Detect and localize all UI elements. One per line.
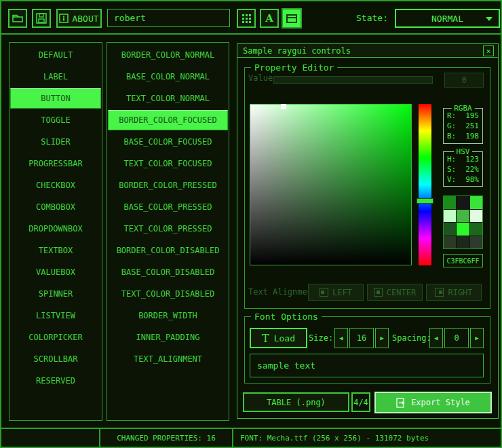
property-item[interactable]: BASE_COLOR_DISABLED (108, 262, 228, 282)
control-item-button[interactable]: BUTTON (10, 88, 101, 109)
rgba-group: RGBA R: 195 G: 251 B: 198 (443, 108, 483, 144)
style-name-input[interactable]: robert (107, 9, 230, 27)
size-decrement-button[interactable]: ◀ (334, 328, 348, 348)
font-view-button[interactable]: A (260, 9, 279, 28)
color-swatch[interactable] (457, 236, 469, 249)
control-item-colorpicker[interactable]: COLORPICKER (10, 327, 101, 348)
close-icon: × (486, 47, 491, 56)
sample-text-input[interactable]: sample text (250, 354, 484, 377)
export-format-button[interactable]: TABLE (.png) (243, 392, 349, 412)
changed-properties-text: CHANGED PROPERTIES: 16 (117, 434, 216, 443)
rgba-row-b: B: 198 (444, 131, 482, 141)
color-swatch[interactable] (444, 223, 456, 236)
control-item-combobox[interactable]: COMBOBOX (10, 197, 101, 217)
control-item-textbox[interactable]: TEXTBOX (10, 240, 101, 261)
save-file-button[interactable] (32, 9, 51, 28)
color-picker-cursor[interactable] (281, 104, 286, 109)
property-item[interactable]: BASE_COLOR_PRESSED (108, 197, 228, 217)
align-left-button[interactable]: LEFT (308, 284, 364, 301)
property-item[interactable]: BASE_COLOR_NORMAL (108, 67, 228, 87)
font-load-button[interactable]: T Load (250, 328, 307, 348)
sample-window-title: Sample raygui controls (243, 46, 351, 56)
control-item-dropdownbox[interactable]: DROPDOWNBOX (10, 219, 101, 239)
property-item[interactable]: TEXT_COLOR_NORMAL (108, 88, 228, 109)
property-item[interactable]: TEXT_COLOR_PRESSED (108, 219, 228, 239)
spacing-decrement-button[interactable]: ◀ (429, 328, 443, 348)
align-right-button[interactable]: RIGHT (426, 284, 482, 301)
export-format-label: TABLE (.png) (267, 398, 326, 407)
hex-color-input[interactable]: C3FBC6FF (443, 254, 483, 267)
align-right-label: RIGHT (448, 288, 472, 297)
style-table-view-button[interactable] (237, 9, 256, 28)
control-item-checkbox[interactable]: CHECKBOX (10, 175, 101, 195)
color-swatch[interactable] (444, 210, 456, 223)
hue-bar[interactable] (419, 104, 431, 265)
property-item[interactable]: TEXT_COLOR_DISABLED (108, 284, 228, 304)
property-item[interactable]: INNER_PADDING (108, 327, 228, 348)
control-item-listview[interactable]: LISTVIEW (10, 305, 101, 326)
value-box[interactable]: 0 (444, 73, 484, 88)
sample-text-value: sample text (257, 360, 315, 371)
control-item-label[interactable]: LABEL (10, 67, 101, 87)
color-swatch[interactable] (457, 210, 469, 223)
color-swatch[interactable] (470, 196, 482, 209)
property-item[interactable]: BASE_COLOR_FOCUSED (108, 132, 228, 152)
size-label: Size: (309, 333, 333, 343)
controls-view-button[interactable] (282, 8, 302, 29)
rgba-row-g: G: 251 (444, 121, 482, 131)
property-item[interactable]: TEXT_ALIGNMENT (108, 349, 228, 369)
font-load-label: Load (274, 333, 295, 343)
format-counter[interactable]: 4/4 (351, 392, 370, 412)
state-dropdown[interactable]: NORMAL (395, 9, 500, 28)
control-item-scrollbar[interactable]: SCROLLBAR (10, 349, 101, 369)
hsv-row-v: V: 98% (444, 174, 482, 185)
toolbar: ABOUT robert A State: NORMAL (1, 1, 501, 35)
spacing-label: Spacing: (392, 333, 431, 343)
property-item[interactable]: BORDER_WIDTH (108, 305, 228, 326)
style-color-swatches (443, 195, 483, 249)
color-swatch[interactable] (444, 196, 456, 209)
color-swatch[interactable] (444, 236, 456, 249)
info-icon (59, 14, 69, 23)
status-bar: CHANGED PROPERTIES: 16 FONT: Mecha.ttf (… (1, 428, 501, 447)
chevron-down-icon (486, 17, 493, 21)
control-item-reserved[interactable]: RESERVED (10, 371, 101, 391)
close-button[interactable]: × (483, 45, 494, 56)
open-file-button[interactable] (8, 9, 27, 28)
arrow-left-icon: ◀ (434, 335, 438, 341)
control-item-slider[interactable]: SLIDER (10, 132, 101, 152)
color-swatch[interactable] (470, 223, 482, 236)
property-item[interactable]: BORDER_COLOR_NORMAL (108, 45, 228, 65)
v-value: 98% (465, 174, 479, 185)
size-increment-button[interactable]: ▶ (375, 328, 389, 348)
b-label: B: (447, 131, 456, 141)
color-picker-panel[interactable] (250, 104, 412, 265)
v-label: V: (447, 174, 456, 185)
export-style-button[interactable]: Export Style (374, 392, 492, 413)
color-swatch[interactable] (457, 196, 469, 209)
property-item[interactable]: BORDER_COLOR_DISABLED (108, 240, 228, 261)
size-value-box[interactable]: 16 (349, 328, 374, 348)
color-swatch[interactable] (457, 223, 469, 236)
color-swatch[interactable] (470, 210, 482, 223)
control-item-valuebox[interactable]: VALUEBOX (10, 262, 101, 282)
hue-bar-selector[interactable] (417, 198, 433, 204)
about-button[interactable]: ABOUT (56, 9, 102, 28)
align-right-icon (435, 288, 444, 297)
control-item-spinner[interactable]: SPINNER (10, 284, 101, 304)
control-item-toggle[interactable]: TOGGLE (10, 110, 101, 130)
spacing-value-box[interactable]: 0 (444, 328, 469, 348)
value-slider[interactable] (273, 76, 433, 84)
hsv-row-s: S: 22% (444, 164, 482, 174)
spacing-increment-button[interactable]: ▶ (470, 328, 484, 348)
window-icon (286, 14, 297, 23)
property-item[interactable]: BORDER_COLOR_PRESSED (108, 175, 228, 195)
properties-listview: BORDER_COLOR_NORMAL BASE_COLOR_NORMAL TE… (107, 42, 229, 421)
property-item[interactable]: TEXT_COLOR_FOCUSED (108, 153, 228, 174)
color-swatch[interactable] (470, 236, 482, 249)
sample-window-titlebar[interactable]: Sample raygui controls (237, 44, 498, 58)
align-center-button[interactable]: CENTER (367, 284, 423, 301)
control-item-progressbar[interactable]: PROGRESSBAR (10, 153, 101, 174)
control-item-default[interactable]: DEFAULT (10, 45, 101, 65)
property-item-selected[interactable]: BORDER_COLOR_FOCUSED (108, 110, 228, 130)
